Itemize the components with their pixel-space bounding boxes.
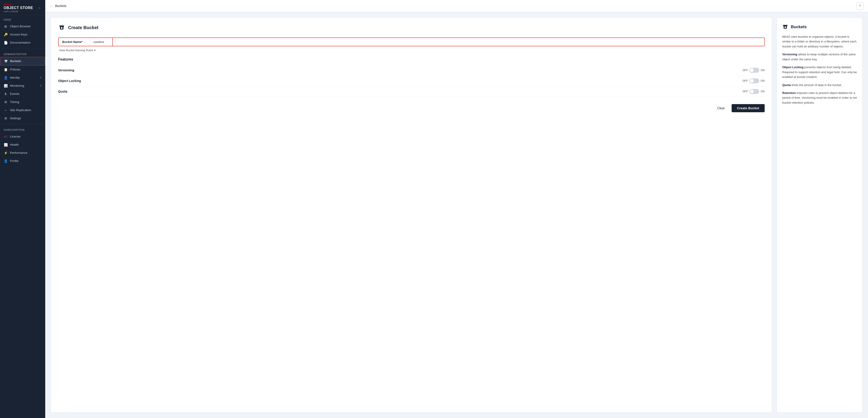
info-paragraph-1: MinIO uses buckets to organize objects. … xyxy=(782,34,857,49)
subscription-section-label: Subscription xyxy=(0,125,45,133)
user-section-label: User xyxy=(0,15,45,22)
logo-text: MINIO OBJECT STORE AGPL LICENSE xyxy=(4,3,33,13)
sidebar-item-health[interactable]: 📈 Health xyxy=(0,141,45,149)
sidebar-item-license[interactable]: 🏷 License xyxy=(0,133,45,141)
breadcrumb: ← Buckets xyxy=(50,4,66,8)
versioning-toggle-thumb xyxy=(750,68,754,72)
naming-rules-text: View Bucket Naming Rules xyxy=(59,49,93,52)
versioning-toggle[interactable] xyxy=(749,68,759,73)
quota-desc: limits the amount of data in the bucket. xyxy=(791,83,842,87)
features-title: Features xyxy=(58,57,765,62)
sidebar-item-site-replication[interactable]: ↔ Site Replication xyxy=(0,106,45,114)
bucket-name-label: Bucket Name* xyxy=(59,38,90,46)
sidebar-item-label: Settings xyxy=(10,116,21,120)
sidebar-item-label: Profile xyxy=(10,159,19,163)
events-icon: λ xyxy=(4,92,8,96)
object-locking-row: Object Locking OFF ON xyxy=(58,76,765,86)
logo-minio: MINIO xyxy=(4,3,33,6)
sidebar-item-documentation[interactable]: 📄 Documentation xyxy=(0,39,45,47)
quota-on-label: ON xyxy=(761,90,765,93)
versioning-row: Versioning OFF ON xyxy=(58,65,765,76)
naming-rules-link[interactable]: View Bucket Naming Rules ▾ xyxy=(58,48,765,52)
quota-toggle-thumb xyxy=(750,90,754,94)
bucket-info-icon xyxy=(782,24,788,30)
sidebar-item-label: Buckets xyxy=(10,59,21,63)
create-bucket-button[interactable]: Create Bucket xyxy=(732,104,765,112)
identity-icon: 👤 xyxy=(4,76,8,80)
help-icon: ? xyxy=(859,4,861,8)
chevron-down-icon: ▾ xyxy=(94,48,96,52)
bucket-title-icon xyxy=(58,24,65,31)
logo-agpl: AGPL LICENSE xyxy=(4,10,33,13)
sidebar-item-label: Performance xyxy=(10,151,27,154)
sidebar-item-label: Object Browser xyxy=(10,25,31,28)
sidebar-item-label: License xyxy=(10,135,21,138)
info-card-title-text: Buckets xyxy=(791,25,807,29)
help-button[interactable]: ? xyxy=(856,2,864,9)
sidebar-item-tiering[interactable]: ⚙ Tiering xyxy=(0,98,45,106)
versioning-on-label: ON xyxy=(761,69,765,72)
main-content: ← Buckets ? Create Bucket Bucket Name* xyxy=(45,0,868,418)
bucket-name-input[interactable] xyxy=(113,38,764,46)
sidebar-item-identity[interactable]: 👤 Identity ▾ xyxy=(0,74,45,82)
info-card-title: Buckets xyxy=(782,24,857,30)
settings-icon: ⚙ xyxy=(4,116,8,120)
object-locking-off-label: OFF xyxy=(742,79,748,82)
back-arrow-icon[interactable]: ← xyxy=(50,4,53,8)
retention-bold: Retention xyxy=(782,91,796,95)
object-locking-bold: Object Locking xyxy=(782,66,804,69)
sidebar: MINIO OBJECT STORE AGPL LICENSE ← User ⊞… xyxy=(0,0,45,418)
object-locking-label: Object Locking xyxy=(58,79,81,83)
content-area: Create Bucket Bucket Name* casdoor View … xyxy=(45,12,868,418)
tiering-icon: ⚙ xyxy=(4,100,8,104)
sidebar-item-monitoring[interactable]: 📊 Monitoring ▾ xyxy=(0,82,45,90)
sidebar-item-object-browser[interactable]: ⊞ Object Browser xyxy=(0,22,45,31)
info-paragraph-object-locking: Object Locking prevents objects from bei… xyxy=(782,65,857,79)
quota-toggle[interactable] xyxy=(749,89,759,94)
divider-1 xyxy=(0,48,45,48)
license-icon: 🏷 xyxy=(4,135,8,139)
sidebar-item-performance[interactable]: ⚡ Performance xyxy=(0,149,45,157)
versioning-label: Versioning xyxy=(58,68,74,72)
sidebar-item-access-keys[interactable]: 🔑 Access Keys xyxy=(0,31,45,39)
create-bucket-form-card: Create Bucket Bucket Name* casdoor View … xyxy=(51,18,772,413)
chevron-down-icon: ▾ xyxy=(40,84,41,87)
clear-button[interactable]: Clear xyxy=(714,105,728,112)
info-paragraph-versioning: Versioning allows to keep multiple versi… xyxy=(782,52,857,62)
access-keys-icon: 🔑 xyxy=(4,33,8,37)
sidebar-item-profile[interactable]: 👤 Profile xyxy=(0,157,45,165)
sidebar-item-buckets[interactable]: Buckets xyxy=(0,57,45,66)
info-paragraph-quota: Quota limits the amount of data in the b… xyxy=(782,83,857,88)
form-card-title-text: Create Bucket xyxy=(68,25,99,30)
sidebar-item-policies[interactable]: 📋 Policies xyxy=(0,66,45,74)
sidebar-logo: MINIO OBJECT STORE AGPL LICENSE ← xyxy=(0,0,45,15)
versioning-off-label: OFF xyxy=(742,69,748,72)
quota-toggle-container: OFF ON xyxy=(742,89,765,94)
versioning-bold: Versioning xyxy=(782,53,797,56)
sidebar-item-label: Tiering xyxy=(10,100,19,104)
collapse-sidebar-button[interactable]: ← xyxy=(38,6,41,10)
svg-rect-0 xyxy=(4,60,7,61)
profile-icon: 👤 xyxy=(4,159,8,163)
form-card-title: Create Bucket xyxy=(58,24,765,31)
sidebar-item-settings[interactable]: ⚙ Settings xyxy=(0,114,45,123)
sidebar-item-label: Site Replication xyxy=(10,108,31,112)
sidebar-item-label: Identity xyxy=(10,76,20,79)
info-card: Buckets MinIO uses buckets to organize o… xyxy=(777,18,863,413)
sidebar-item-label: Monitoring xyxy=(10,84,24,88)
sidebar-item-label: Events xyxy=(10,92,19,96)
sidebar-item-label: Documentation xyxy=(10,41,31,44)
object-browser-icon: ⊞ xyxy=(4,24,8,29)
monitoring-icon: 📊 xyxy=(4,84,8,88)
object-locking-toggle[interactable] xyxy=(749,78,759,83)
sidebar-item-label: Policies xyxy=(10,68,21,71)
breadcrumb-buckets-link[interactable]: Buckets xyxy=(55,4,66,8)
topbar: ← Buckets ? xyxy=(45,0,868,12)
sidebar-item-label: Health xyxy=(10,143,19,146)
form-actions: Clear Create Bucket xyxy=(58,104,765,112)
documentation-icon: 📄 xyxy=(4,41,8,45)
sidebar-item-events[interactable]: λ Events xyxy=(0,90,45,98)
bucket-name-value: casdoor xyxy=(90,38,113,46)
object-locking-toggle-container: OFF ON xyxy=(742,78,765,83)
buckets-icon xyxy=(4,59,8,63)
